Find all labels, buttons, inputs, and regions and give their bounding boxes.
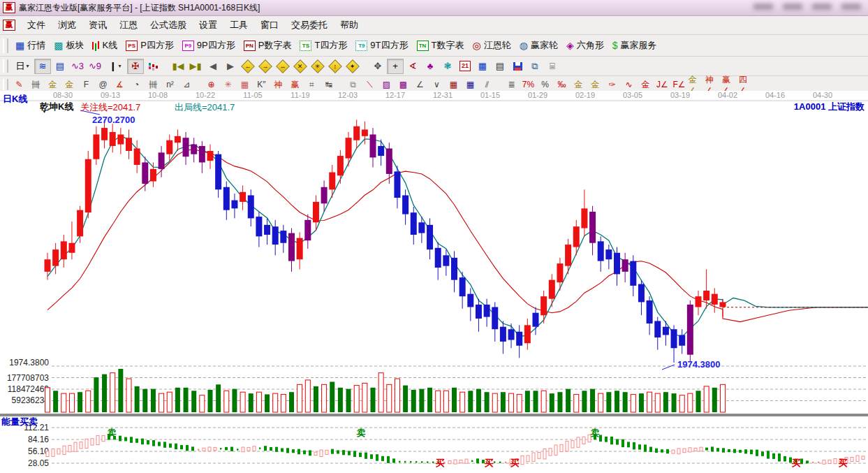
parallel-lines-button[interactable]: ⫽ — [479, 78, 495, 92]
p-square-button[interactable]: PSP四方形 — [122, 37, 178, 54]
angle-pencil-button[interactable]: ∡ — [112, 78, 128, 92]
winner-service-button[interactable]: $赢家服务 — [608, 37, 661, 54]
gann-fence-button[interactable]: 卌 — [28, 78, 44, 92]
toolbar-grip[interactable] — [3, 38, 8, 53]
menu-item-7[interactable]: 窗口 — [254, 17, 285, 34]
j-angle-button[interactable]: J∠ — [654, 78, 670, 92]
star-web-button[interactable]: ✳ — [220, 78, 236, 92]
indicator-name-label[interactable]: 能量买卖 — [1, 416, 38, 428]
report-tool-button[interactable]: ▤ — [492, 59, 508, 74]
shen-angle-button[interactable]: 神∠ — [705, 78, 721, 92]
percent-strike-button[interactable]: 7% — [520, 78, 536, 92]
gold-levels-button[interactable]: 金 — [587, 78, 603, 92]
9t-square-button[interactable]: T99T四方形 — [351, 37, 412, 54]
fit-view-button[interactable]: ✦ — [344, 59, 361, 74]
compress-tool-button[interactable]: ↹ — [321, 78, 337, 92]
gold-fence-a-button[interactable]: 金 — [45, 78, 61, 92]
gold-red-button[interactable]: 金 — [638, 78, 654, 92]
pattern-teal-button[interactable]: ❃ — [439, 59, 456, 74]
quotes-button[interactable]: ▦行情 — [11, 37, 50, 54]
menu-item-6[interactable]: 工具 — [223, 17, 254, 34]
n2-fence-button[interactable]: n² — [162, 78, 178, 92]
gann-wheel-button[interactable]: ◎江恩轮 — [468, 37, 515, 54]
brush-tool-button[interactable]: ✑ — [604, 78, 620, 92]
box-fan-button[interactable]: ▨ — [378, 78, 395, 92]
pattern-tool-button[interactable]: ✠ — [127, 59, 144, 74]
style-dropdown-arrow-icon[interactable]: ▼ — [42, 109, 47, 114]
box-rays-button[interactable]: ▩ — [395, 78, 411, 92]
t-number-table-button[interactable]: TNT数字表 — [413, 37, 469, 54]
period-label[interactable]: 日K线 — [3, 93, 27, 105]
chart-area[interactable]: 08-3009-1310-0810-2211-0511-1912-0312-17… — [0, 91, 868, 473]
f-angle-button[interactable]: F∠ — [671, 78, 687, 92]
zoom-vertical-button[interactable]: ↕ — [327, 59, 344, 74]
t-square-button[interactable]: TST四方形 — [295, 37, 351, 54]
expand-all-button[interactable]: ✳ — [309, 59, 326, 74]
kline-button[interactable]: K线 — [88, 37, 122, 54]
window-control-faded[interactable] — [783, 3, 802, 10]
calendar-21-button[interactable]: 21 — [457, 59, 473, 74]
wave-9-button[interactable]: ∿9 — [87, 59, 103, 74]
goto-first-button[interactable]: ▮◀ — [170, 59, 186, 74]
notes-tool-button[interactable]: ▤ — [52, 59, 68, 74]
wave-3-button[interactable]: ∿3 — [69, 59, 86, 74]
calculator-tool-button[interactable]: ▦ — [474, 59, 491, 74]
sectors-button[interactable]: ▩板块 — [50, 37, 88, 54]
level-table-button[interactable]: ≣ — [503, 78, 520, 92]
crosshair-tool-button[interactable]: + — [387, 59, 404, 74]
workstation-tool-button[interactable]: ⌸ — [544, 59, 561, 74]
percent-eq-button[interactable]: ‰ — [554, 78, 570, 92]
hexagon-button[interactable]: ◈六角形 — [562, 37, 608, 54]
draw-pencil-button[interactable]: ✎ — [11, 78, 27, 92]
export-tool-button[interactable]: ⧉ — [527, 59, 543, 74]
spiral-tool-button[interactable]: @ — [95, 78, 111, 92]
p-number-table-button[interactable]: PNP数字表 — [240, 37, 296, 54]
hand-tool-button[interactable]: ✥ — [369, 59, 386, 74]
box-tool-button[interactable]: ⧉ — [345, 78, 361, 92]
toolbar-grip[interactable] — [3, 59, 8, 73]
period-day-button[interactable]: 日▾ — [11, 59, 34, 74]
menu-item-4[interactable]: 公式选股 — [144, 17, 193, 34]
gold-ring-button[interactable]: 金 — [571, 78, 587, 92]
ying-grid-button[interactable]: 赢 — [287, 78, 303, 92]
target-tool-button[interactable]: ⊕ — [203, 78, 219, 92]
menu-item-8[interactable]: 交易委托 — [285, 17, 334, 34]
wave-levels-button[interactable]: ∿ — [621, 78, 637, 92]
kline-chart[interactable]: 08-3009-1310-0810-2211-0511-1912-0312-17… — [0, 91, 868, 473]
histogram-tool-button[interactable] — [145, 59, 161, 74]
web-grid-button[interactable]: ▦ — [237, 78, 253, 92]
angle-measure-button[interactable]: ∢ — [404, 59, 421, 74]
v-wave-button[interactable]: ∨ — [429, 78, 445, 92]
winner-wheel-button[interactable]: ◍赢家轮 — [515, 37, 562, 54]
toolbar-grip[interactable] — [3, 79, 8, 91]
compress-view-button[interactable]: ✕ — [292, 59, 309, 74]
si-angle-button[interactable]: 四∠ — [738, 78, 754, 92]
menu-item-5[interactable]: 设置 — [193, 17, 223, 34]
ray-fan-button[interactable]: ⟍ — [362, 78, 378, 92]
window-control-faded[interactable] — [753, 3, 773, 10]
window-controls[interactable] — [753, 3, 861, 10]
time-cycle-button[interactable]: ◔ — [128, 78, 145, 92]
9p-square-button[interactable]: P99P四方形 — [178, 37, 240, 54]
goto-last-button[interactable]: ▶▮ — [187, 59, 204, 74]
fence-2-button[interactable]: 卌 — [145, 78, 161, 92]
step-forward-button[interactable]: ▶ — [222, 59, 239, 74]
ying-angle-button[interactable]: 赢∠ — [721, 78, 737, 92]
grid-red-button[interactable]: ▦ — [446, 78, 462, 92]
menu-item-9[interactable]: 帮助 — [334, 17, 365, 34]
trend-angle-button[interactable]: ∠ — [412, 78, 428, 92]
zigzag-tool-button[interactable]: ≋ — [34, 59, 51, 74]
window-control-faded[interactable] — [841, 3, 861, 10]
ruler-scale-button[interactable]: ⌗ — [304, 78, 320, 92]
step-back-button[interactable]: ◀ — [205, 59, 221, 74]
grid-blue-button[interactable]: ▦ — [462, 78, 478, 92]
candle-style-button[interactable]: ❙▾ — [104, 59, 126, 74]
save-tool-button[interactable] — [509, 59, 526, 74]
menu-item-1[interactable]: 浏览 — [52, 17, 82, 34]
expand-horizontal-button[interactable]: ↔ — [274, 59, 291, 74]
gold-angle-button[interactable]: 金∠ — [688, 78, 704, 92]
f-fence-button[interactable]: F — [78, 78, 94, 92]
gann-flower-button[interactable]: ♣ — [422, 59, 439, 74]
window-control-faded[interactable] — [812, 3, 832, 10]
gold-fence-b-button[interactable]: 金 — [61, 78, 78, 92]
